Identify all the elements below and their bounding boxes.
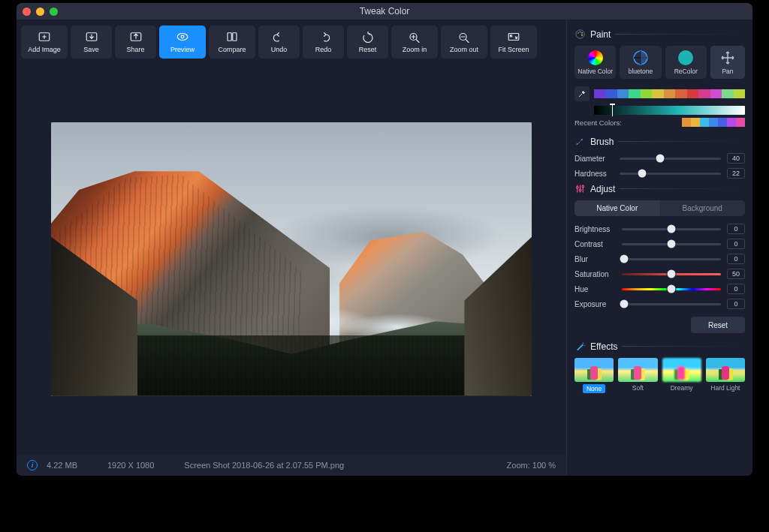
effect-thumb <box>618 358 657 382</box>
exposure-slider[interactable] <box>622 303 721 305</box>
exposure-label: Exposure <box>574 300 616 308</box>
redo-icon <box>317 31 330 43</box>
sliders-icon <box>574 183 586 194</box>
palette-swatch[interactable] <box>675 89 686 98</box>
app-window: Tweak Color Add ImageSaveSharePreviewCom… <box>17 3 752 476</box>
effect-hard-light[interactable]: Hard Light <box>706 358 745 393</box>
effect-none[interactable]: None <box>574 358 614 393</box>
recent-swatch[interactable] <box>682 118 691 127</box>
recent-colors-label: Recent Colors: <box>574 119 622 127</box>
status-zoom: Zoom: 100 % <box>507 461 556 470</box>
mode-pan[interactable]: Pan <box>710 46 745 79</box>
toolbar-zoom-out-button[interactable]: Zoom out <box>441 26 487 59</box>
status-dimensions: 1920 X 1080 <box>107 461 154 470</box>
recolor-swatch-icon <box>678 50 693 65</box>
gradient-cursor[interactable] <box>612 104 613 116</box>
adjust-reset-button[interactable]: Reset <box>691 317 745 333</box>
adjust-tabs: Native Color Background <box>574 200 745 216</box>
fit-screen-icon <box>507 31 520 43</box>
recent-swatch[interactable] <box>700 118 709 127</box>
brightness-label: Brightness <box>574 225 616 233</box>
zoom-out-icon <box>457 31 471 43</box>
toolbar-undo-button[interactable]: Undo <box>258 26 300 59</box>
contrast-slider[interactable] <box>622 243 721 245</box>
hue-value: 0 <box>727 284 745 294</box>
svg-point-16 <box>577 186 579 188</box>
palette-swatch[interactable] <box>629 89 640 98</box>
recent-swatch[interactable] <box>718 118 727 127</box>
toolbar-add-image-button[interactable]: Add Image <box>21 26 68 59</box>
palette-swatch[interactable] <box>594 89 605 98</box>
toolbar-compare-button[interactable]: Compare <box>209 26 255 59</box>
recent-swatch[interactable] <box>736 118 745 127</box>
preview-icon <box>176 31 189 43</box>
canvas-area <box>17 63 566 455</box>
tab-background[interactable]: Background <box>660 200 746 216</box>
compare-icon <box>225 31 239 43</box>
palette-swatch[interactable] <box>641 89 652 98</box>
hue-label: Hue <box>574 285 616 293</box>
palette-swatch[interactable] <box>734 89 745 98</box>
status-filename: Screen Shot 2018-06-26 at 2.07.55 PM.png <box>184 461 344 470</box>
toolbar-save-button[interactable]: Save <box>71 26 112 59</box>
window-title: Tweak Color <box>17 6 752 17</box>
toolbar-reset-button[interactable]: Reset <box>347 26 388 59</box>
recent-swatch[interactable] <box>691 118 700 127</box>
palette-swatch[interactable] <box>698 89 710 98</box>
brightness-value: 0 <box>727 224 745 234</box>
image-canvas[interactable] <box>51 122 532 396</box>
mode-native-color[interactable]: Native Color <box>574 46 616 79</box>
mode-bluetone[interactable]: bluetone <box>620 46 661 79</box>
toolbar-fit-screen-button[interactable]: Fit Screen <box>490 26 537 59</box>
color-palette[interactable] <box>594 89 745 98</box>
side-panel: Paint Native Color bluetone ReColor <box>566 20 752 476</box>
effect-thumb <box>706 358 745 382</box>
hue-slider[interactable] <box>622 288 721 290</box>
exposure-value: 0 <box>727 299 745 309</box>
toolbar-share-button[interactable]: Share <box>115 26 156 59</box>
info-icon[interactable]: i <box>27 460 38 470</box>
palette-swatch[interactable] <box>722 89 733 98</box>
eyedropper-icon <box>578 89 587 98</box>
add-image-icon <box>38 31 51 43</box>
palette-swatch[interactable] <box>664 89 675 98</box>
effects-title: Effects <box>590 341 617 352</box>
palette-swatch[interactable] <box>605 89 617 98</box>
hardness-slider[interactable] <box>620 173 721 175</box>
recent-swatch[interactable] <box>727 118 736 127</box>
contrast-label: Contrast <box>574 240 616 248</box>
reset-icon <box>361 31 375 43</box>
paint-header: Paint <box>574 29 745 40</box>
effects-row: NoneSoftDreamyHard Light <box>574 358 745 393</box>
toolbar: Add ImageSaveSharePreviewCompareUndoRedo… <box>17 20 566 63</box>
move-arrows-icon <box>720 50 735 65</box>
effect-dreamy[interactable]: Dreamy <box>662 358 701 393</box>
saturation-label: Saturation <box>574 270 616 278</box>
diameter-label: Diameter <box>574 155 614 163</box>
palette-swatch[interactable] <box>687 89 698 98</box>
svg-point-4 <box>181 35 184 38</box>
share-icon <box>129 31 143 43</box>
color-wheel-icon <box>588 50 603 65</box>
blur-slider[interactable] <box>622 258 721 260</box>
eyedropper-button[interactable] <box>574 86 590 101</box>
effect-soft[interactable]: Soft <box>618 358 657 393</box>
palette-swatch[interactable] <box>652 89 663 98</box>
mode-recolor[interactable]: ReColor <box>665 46 707 79</box>
magic-wand-icon <box>574 341 586 352</box>
diameter-slider[interactable] <box>620 158 721 160</box>
tab-native-color[interactable]: Native Color <box>574 200 660 216</box>
paint-title: Paint <box>590 29 611 40</box>
shade-gradient-slider[interactable] <box>594 106 745 115</box>
palette-swatch[interactable] <box>617 89 629 98</box>
recent-swatch[interactable] <box>709 118 718 127</box>
palette-swatch[interactable] <box>710 89 722 98</box>
saturation-slider[interactable] <box>622 273 721 275</box>
toolbar-preview-button[interactable]: Preview <box>159 26 206 59</box>
svg-point-11 <box>578 32 579 34</box>
brightness-slider[interactable] <box>622 228 721 230</box>
toolbar-zoom-in-button[interactable]: Zoom in <box>391 26 438 59</box>
toolbar-redo-button[interactable]: Redo <box>303 26 344 59</box>
recent-colors[interactable] <box>682 118 745 127</box>
paint-palette-icon <box>574 29 586 40</box>
